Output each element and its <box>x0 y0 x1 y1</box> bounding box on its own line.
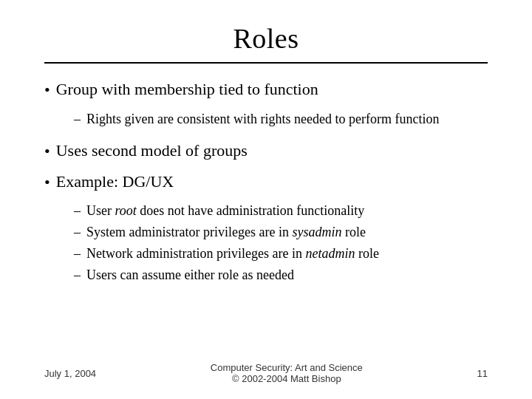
sub-dash-3-2: – <box>74 222 81 242</box>
sub-dash-3-4: – <box>74 265 81 285</box>
footer-page-number: 11 <box>477 368 488 379</box>
sub-text-3-1: User root does not have administration f… <box>86 201 364 221</box>
bullet-dot-2: • <box>44 140 50 163</box>
sub-item-3-2: – System administrator privileges are in… <box>74 222 488 242</box>
sub-text-3-4: Users can assume either role as needed <box>86 265 294 285</box>
sub-text-1-1: Rights given are consistent with rights … <box>86 109 439 129</box>
slide-title: Roles <box>44 22 488 55</box>
footer-center-line1: Computer Security: Art and Science <box>211 362 363 373</box>
bullet-text-1: Group with membership tied to function <box>56 78 318 101</box>
footer: July 1, 2004 Computer Security: Art and … <box>44 355 488 384</box>
bullet-dot-3: • <box>44 171 50 194</box>
bullet-dot-1: • <box>44 79 50 102</box>
sub-item-3-1: – User root does not have administration… <box>74 201 488 221</box>
bullet-item-3: • Example: DG/UX <box>44 171 488 194</box>
sub-items-1: – Rights given are consistent with right… <box>74 109 488 129</box>
bullet-text-3: Example: DG/UX <box>56 171 174 194</box>
bullet-text-2: Uses second model of groups <box>56 140 248 163</box>
divider <box>44 62 488 64</box>
sub-item-1-1: – Rights given are consistent with right… <box>74 109 488 129</box>
sub-items-3: – User root does not have administration… <box>74 201 488 285</box>
footer-date: July 1, 2004 <box>44 368 96 379</box>
sub-dash-3-1: – <box>74 201 81 221</box>
sub-text-3-3: Network administration privileges are in… <box>86 244 379 264</box>
slide: Roles • Group with membership tied to fu… <box>0 0 532 399</box>
sub-dash-3-3: – <box>74 244 81 264</box>
sub-dash-1-1: – <box>74 109 81 129</box>
footer-center-line2: © 2002-2004 Matt Bishop <box>211 373 363 384</box>
sub-item-3-3: – Network administration privileges are … <box>74 244 488 264</box>
footer-center: Computer Security: Art and Science © 200… <box>211 362 363 384</box>
sub-item-3-4: – Users can assume either role as needed <box>74 265 488 285</box>
bullet-item-1: • Group with membership tied to function <box>44 78 488 102</box>
content-area: • Group with membership tied to function… <box>44 78 488 355</box>
bullet-item-2: • Uses second model of groups <box>44 140 488 163</box>
sub-text-3-2: System administrator privileges are in s… <box>86 222 366 242</box>
